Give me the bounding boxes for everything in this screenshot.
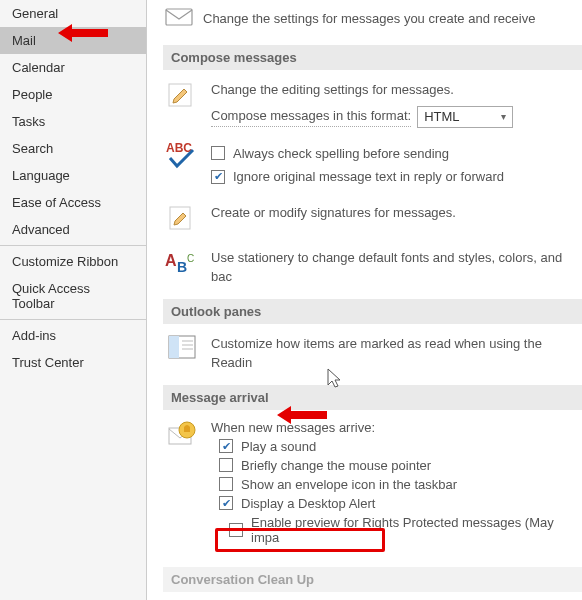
checkbox-brief-pointer[interactable]	[219, 458, 233, 472]
sidebar-divider	[0, 245, 146, 246]
play-sound-label: Play a sound	[241, 439, 316, 454]
checkbox-enable-preview[interactable]	[229, 523, 243, 537]
checkbox-play-sound[interactable]	[219, 439, 233, 453]
svg-text:C: C	[187, 253, 194, 264]
checkbox-ignore-original[interactable]	[211, 170, 225, 184]
stationery-text: Use stationery to change default fonts a…	[211, 248, 582, 287]
sidebar-item-search[interactable]: Search	[0, 135, 146, 162]
stationery-abc-icon: ABC	[165, 248, 199, 281]
svg-text:A: A	[165, 252, 177, 269]
svg-text:B: B	[177, 259, 187, 275]
always-spellcheck-label: Always check spelling before sending	[233, 144, 449, 164]
svg-rect-0	[166, 9, 192, 25]
checkbox-always-spellcheck[interactable]	[211, 146, 225, 160]
checkbox-desktop-alert[interactable]	[219, 496, 233, 510]
section-compose-header: Compose messages	[163, 45, 582, 70]
edit-pencil-icon	[167, 80, 197, 113]
sidebar-item-ease-of-access[interactable]: Ease of Access	[0, 189, 146, 216]
sidebar-item-add-ins[interactable]: Add-ins	[0, 322, 146, 349]
compose-format-label: Compose messages in this format:	[211, 106, 411, 127]
compose-format-value: HTML	[424, 107, 459, 127]
envelope-taskbar-label: Show an envelope icon in the taskbar	[241, 477, 457, 492]
signatures-text: Create or modify signatures for messages…	[211, 203, 582, 223]
arrival-when-label: When new messages arrive:	[211, 420, 582, 435]
sidebar-item-tasks[interactable]: Tasks	[0, 108, 146, 135]
sidebar-item-general[interactable]: General	[0, 0, 146, 27]
options-content: Change the settings for messages you cre…	[147, 0, 582, 600]
bell-envelope-icon	[167, 420, 197, 453]
sidebar-item-language[interactable]: Language	[0, 162, 146, 189]
panes-text: Customize how items are marked as read w…	[211, 334, 582, 373]
header-subtitle: Change the settings for messages you cre…	[203, 11, 535, 26]
sidebar-item-calendar[interactable]: Calendar	[0, 54, 146, 81]
envelope-icon	[165, 6, 193, 31]
sidebar-item-quick-access-toolbar[interactable]: Quick Access Toolbar	[0, 275, 146, 317]
section-arrival-header: Message arrival	[163, 385, 582, 410]
svg-rect-8	[169, 336, 179, 358]
desktop-alert-label: Display a Desktop Alert	[241, 496, 375, 511]
edit-settings-text: Change the editing settings for messages…	[211, 80, 582, 100]
enable-preview-label: Enable preview for Rights Protected mess…	[251, 515, 582, 545]
chevron-down-icon: ▾	[501, 109, 506, 124]
sidebar-item-trust-center[interactable]: Trust Center	[0, 349, 146, 376]
reading-pane-icon	[167, 334, 197, 363]
brief-pointer-label: Briefly change the mouse pointer	[241, 458, 431, 473]
sidebar-item-people[interactable]: People	[0, 81, 146, 108]
section-cleanup-header: Conversation Clean Up	[163, 567, 582, 592]
sidebar-item-advanced[interactable]: Advanced	[0, 216, 146, 243]
compose-format-select[interactable]: HTML ▾	[417, 106, 513, 128]
sidebar-item-mail[interactable]: Mail	[0, 27, 146, 54]
abc-spellcheck-icon: ABC	[165, 140, 199, 173]
section-panes-header: Outlook panes	[163, 299, 582, 324]
options-sidebar: General Mail Calendar People Tasks Searc…	[0, 0, 147, 600]
checkbox-envelope-taskbar[interactable]	[219, 477, 233, 491]
sidebar-divider	[0, 319, 146, 320]
ignore-original-label: Ignore original message text in reply or…	[233, 167, 504, 187]
signature-icon	[167, 203, 197, 236]
sidebar-item-customize-ribbon[interactable]: Customize Ribbon	[0, 248, 146, 275]
